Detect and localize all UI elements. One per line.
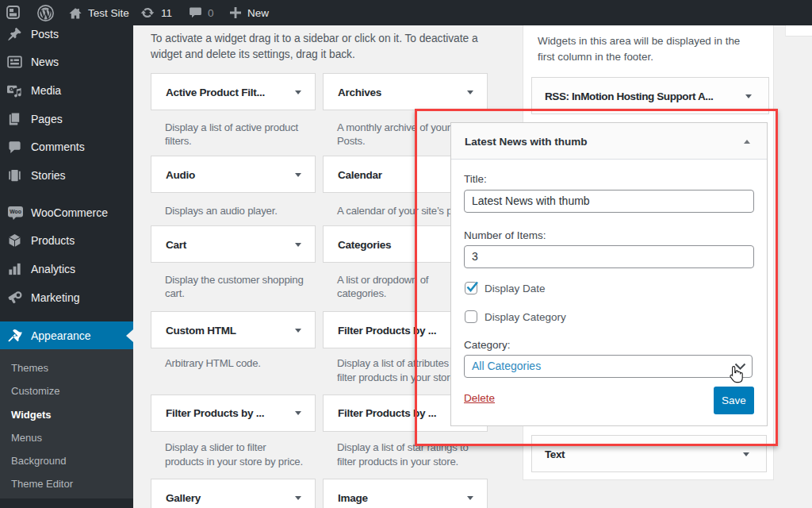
svg-text:Woo: Woo [10,209,21,214]
